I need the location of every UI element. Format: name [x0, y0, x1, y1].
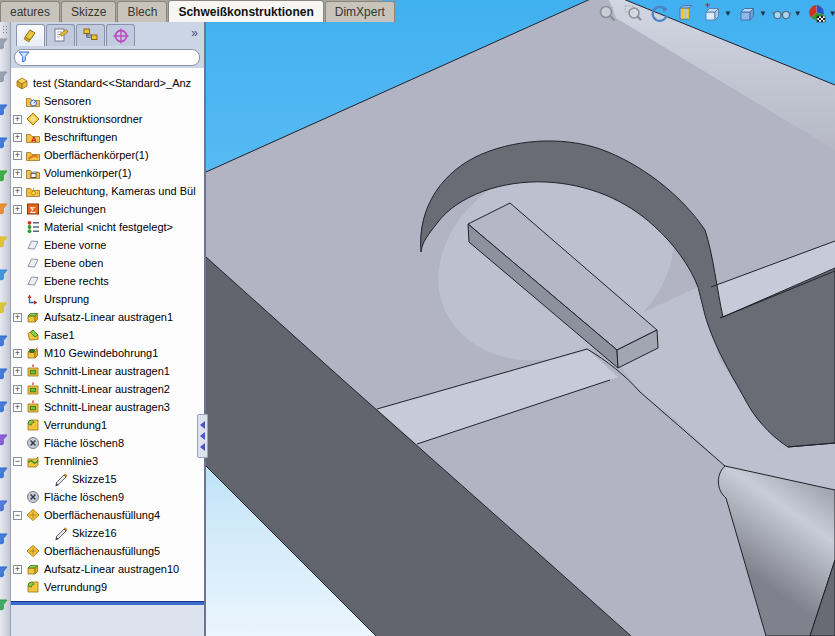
selection-filter-icon[interactable]: [0, 531, 8, 543]
selection-filter-icon[interactable]: [0, 597, 8, 609]
headsup-button-hide-show-items[interactable]: ▼: [770, 3, 803, 25]
tree-item[interactable]: +Aufsatz-Linear austragen10: [10, 560, 204, 578]
tree-expander[interactable]: +: [13, 169, 22, 178]
3d-model-scene[interactable]: [206, 0, 835, 636]
tree-item[interactable]: −Trennlinie3: [10, 452, 204, 470]
selection-filter-icon[interactable]: [0, 465, 8, 477]
cut-extrude-icon: [25, 363, 41, 379]
headsup-button-rotate-view[interactable]: [648, 3, 672, 25]
tree-item[interactable]: Verrundung9: [10, 578, 204, 596]
tree-item[interactable]: +ΣGleichungen: [10, 200, 204, 218]
manager-tab-dimxpertmanager[interactable]: [106, 24, 135, 46]
tree-item[interactable]: +Schnitt-Linear austragen3: [10, 398, 204, 416]
selection-filter-icon[interactable]: [0, 366, 8, 378]
tree-item[interactable]: Oberflächenausfüllung5: [10, 542, 204, 560]
manager-tab-featuremanager[interactable]: [16, 24, 45, 46]
tree-item[interactable]: +M10 Gewindebohrung1: [10, 344, 204, 362]
selection-filter-icon[interactable]: [0, 498, 8, 510]
section-view-icon: [675, 3, 697, 25]
tree-item[interactable]: Skizze16: [10, 524, 204, 542]
tree-item-label: Skizze16: [72, 527, 117, 539]
toolbar-grip[interactable]: [2, 25, 7, 33]
selection-filter-icon[interactable]: [0, 201, 8, 213]
tree-item[interactable]: Fläche löschen9: [10, 488, 204, 506]
tree-item[interactable]: +Aufsatz-Linear austragen1: [10, 308, 204, 326]
tree-expander[interactable]: +: [13, 151, 22, 160]
command-tab-dimxpert[interactable]: DimXpert: [325, 1, 395, 22]
tree-item[interactable]: Fase1: [10, 326, 204, 344]
cut-extrude-icon: [25, 399, 41, 415]
tree-filter-input[interactable]: [14, 49, 200, 66]
tree-item-label: test (Standard<<Standard>_Anz: [33, 77, 191, 89]
headsup-button-zoom-area[interactable]: [622, 3, 646, 25]
sensors-folder-icon: [25, 93, 41, 109]
dropdown-arrow-icon[interactable]: ▼: [794, 10, 802, 18]
selection-filter-icon[interactable]: [0, 36, 8, 48]
headsup-button-appearances[interactable]: ▼: [805, 3, 835, 25]
filter-funnel-icon: [18, 51, 30, 63]
tree-item-label: Verrundung9: [44, 581, 107, 593]
tree-item[interactable]: Ebene rechts: [10, 272, 204, 290]
panel-splitter-handle[interactable]: [197, 414, 208, 458]
tree-item[interactable]: +Konstruktionsordner: [10, 110, 204, 128]
tree-item-label: Konstruktionsordner: [44, 113, 142, 125]
tree-item[interactable]: Ebene vorne: [10, 236, 204, 254]
dropdown-arrow-icon[interactable]: ▼: [829, 10, 835, 18]
tree-item[interactable]: Ebene oben: [10, 254, 204, 272]
tree-expander[interactable]: −: [13, 457, 22, 466]
display-style-icon: [736, 3, 758, 25]
manager-tab-configurationmanager[interactable]: [76, 24, 105, 46]
command-tab-blech[interactable]: Blech: [117, 1, 167, 22]
selection-filter-icon[interactable]: [0, 234, 8, 246]
tree-item[interactable]: +Schnitt-Linear austragen2: [10, 380, 204, 398]
tree-item[interactable]: Sensoren: [10, 92, 204, 110]
tree-item[interactable]: test (Standard<<Standard>_Anz: [10, 74, 204, 92]
command-tab-eatures[interactable]: eatures: [0, 1, 60, 22]
tree-expander[interactable]: +: [13, 403, 22, 412]
dropdown-arrow-icon[interactable]: ▼: [724, 10, 732, 18]
selection-filter-icon[interactable]: [0, 69, 8, 81]
headsup-button-section-view[interactable]: [674, 3, 698, 25]
tree-item[interactable]: +Schnitt-Linear austragen1: [10, 362, 204, 380]
selection-filter-icon[interactable]: [0, 168, 8, 180]
tree-expander[interactable]: +: [13, 133, 22, 142]
tree-expander[interactable]: +: [13, 115, 22, 124]
command-tab-skizze[interactable]: Skizze: [61, 1, 116, 22]
tree-item[interactable]: Verrundung1: [10, 416, 204, 434]
selection-filter-icon[interactable]: [0, 102, 8, 114]
tree-expander[interactable]: +: [13, 313, 22, 322]
headsup-button-view-orientation[interactable]: ▼: [700, 3, 733, 25]
tree-item[interactable]: +ABeschriftungen: [10, 128, 204, 146]
selection-filter-icon[interactable]: [0, 333, 8, 345]
tree-expander[interactable]: +: [13, 367, 22, 376]
tree-item[interactable]: Skizze15: [10, 470, 204, 488]
tree-item[interactable]: Material <nicht festgelegt>: [10, 218, 204, 236]
tree-expander[interactable]: +: [13, 187, 22, 196]
tree-expander[interactable]: −: [13, 511, 22, 520]
tree-item[interactable]: +Beleuchtung, Kameras und Bül: [10, 182, 204, 200]
selection-filter-icon[interactable]: [0, 564, 8, 576]
headsup-button-zoom-fit[interactable]: [596, 3, 620, 25]
tree-item[interactable]: +Oberflächenkörper(1): [10, 146, 204, 164]
selection-filter-icon[interactable]: [0, 432, 8, 444]
dropdown-arrow-icon[interactable]: ▼: [759, 10, 767, 18]
command-tab-schwei-konstruktionen[interactable]: Schweißkonstruktionen: [168, 0, 323, 22]
manager-overflow-chevron[interactable]: »: [191, 26, 198, 40]
delete-face-icon: [25, 489, 41, 505]
manager-tab-propertymanager[interactable]: [46, 24, 75, 46]
selection-filter-icon[interactable]: [0, 267, 8, 279]
tree-item[interactable]: Ursprung: [10, 290, 204, 308]
tree-expander[interactable]: +: [13, 385, 22, 394]
tree-item[interactable]: +Volumenkörper(1): [10, 164, 204, 182]
tree-expander[interactable]: +: [13, 349, 22, 358]
tree-expander[interactable]: +: [13, 565, 22, 574]
selection-filter-icon[interactable]: [0, 300, 8, 312]
tree-expander[interactable]: +: [13, 205, 22, 214]
selection-filter-icon[interactable]: [0, 135, 8, 147]
tree-item[interactable]: −Oberflächenausfüllung4: [10, 506, 204, 524]
headsup-button-display-style[interactable]: ▼: [735, 3, 768, 25]
selection-filter-icon[interactable]: [0, 399, 8, 411]
solid-bodies-folder-icon: [25, 165, 41, 181]
graphics-viewport[interactable]: ▼▼▼▼: [206, 0, 835, 636]
tree-item[interactable]: Fläche löschen8: [10, 434, 204, 452]
